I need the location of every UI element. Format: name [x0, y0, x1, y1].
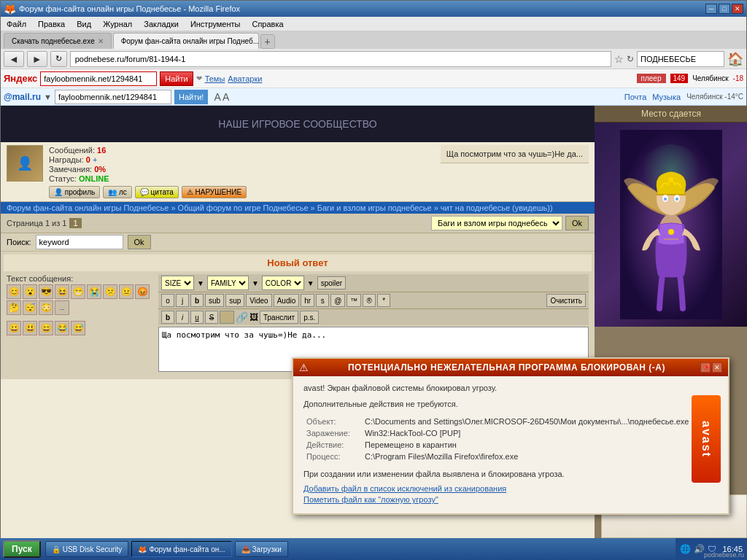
music-link[interactable]: Музыка: [652, 93, 681, 101]
emoticon-extra-2[interactable]: 😃: [23, 321, 37, 335]
forward-button[interactable]: ►: [27, 51, 47, 67]
translit-button[interactable]: Транслит: [260, 311, 298, 324]
btn-s[interactable]: s: [316, 294, 329, 307]
mailru-logo[interactable]: @mail.ru: [4, 92, 41, 102]
emoticon-3[interactable]: 😎: [39, 284, 53, 299]
close-button[interactable]: ✕: [732, 4, 743, 14]
btn-tm[interactable]: ™: [347, 294, 361, 307]
emoticon-extra-1[interactable]: 😀: [7, 321, 21, 335]
back-button[interactable]: ◄: [4, 51, 24, 67]
btn-audio[interactable]: Audio: [274, 294, 300, 307]
btn-hr[interactable]: hr: [301, 294, 314, 307]
emoticon-10[interactable]: 🤔: [7, 300, 21, 315]
forum-search-ok1[interactable]: Ok: [565, 216, 589, 230]
btn-b[interactable]: b: [190, 294, 204, 307]
emoticon-extra-3[interactable]: 😄: [39, 321, 53, 335]
avast-pin-button[interactable]: 📌: [700, 362, 711, 373]
yandex-search-input[interactable]: [40, 71, 157, 86]
btn-at[interactable]: @: [330, 294, 345, 307]
add-reward-btn[interactable]: +: [93, 155, 97, 164]
minimize-button[interactable]: ─: [705, 4, 717, 14]
emoticon-extra-5[interactable]: 😅: [71, 321, 85, 335]
player-btn[interactable]: плеер: [637, 74, 666, 83]
btn-star[interactable]: *: [377, 294, 390, 307]
image-icon[interactable]: 🖼: [249, 312, 258, 322]
spoiler-button[interactable]: spoiler: [317, 276, 346, 289]
refresh-icon[interactable]: ↻: [627, 54, 634, 64]
warn-button[interactable]: ⚠ НАРУШЕНИЕ: [182, 186, 247, 198]
cite-button[interactable]: 💬 цитата: [135, 186, 179, 198]
ps-button[interactable]: p.s.: [300, 311, 319, 324]
start-button[interactable]: Пуск: [3, 540, 41, 558]
emoticon-5[interactable]: 😁: [71, 284, 85, 299]
forum-search-ok2[interactable]: Ok: [128, 235, 151, 249]
btn-reg[interactable]: ®: [363, 294, 376, 307]
yandex-avatars-link[interactable]: Аватарки: [228, 74, 262, 83]
yandex-logo[interactable]: Яндекс: [4, 73, 37, 84]
bold-button[interactable]: b: [161, 311, 174, 324]
tab-1-close[interactable]: ✕: [98, 37, 104, 45]
address-bar[interactable]: [70, 51, 611, 67]
avast-exclusion-link[interactable]: Добавить файл в список исключений из ска…: [303, 484, 718, 493]
reload-button[interactable]: ↻: [50, 51, 67, 67]
btn-sup[interactable]: sup: [225, 294, 244, 307]
emoticon-extra-4[interactable]: 😂: [55, 321, 69, 335]
mail-search-input[interactable]: [55, 90, 171, 104]
avast-alert-dialog: ⚠ ПОТЕНЦИАЛЬНО НЕЖЕЛАТЕЛЬНАЯ ПРОГРАММА Б…: [292, 357, 729, 515]
taskbar-item-forum[interactable]: 🦊 Форум фан-сайта он...: [131, 541, 231, 557]
link-icon[interactable]: 🔗: [236, 311, 248, 323]
menu-tools[interactable]: Инструменты: [187, 19, 244, 29]
emoticon-12[interactable]: 😳: [39, 300, 53, 315]
italic-button[interactable]: i: [176, 311, 189, 324]
btn-o[interactable]: о: [161, 294, 174, 307]
btn-video[interactable]: Video: [246, 294, 271, 307]
size-select[interactable]: SIZE: [161, 276, 194, 290]
color-select[interactable]: COLOR: [262, 276, 304, 290]
avast-process-label: Процесс:: [303, 451, 362, 462]
menu-journal[interactable]: Журнал: [100, 19, 135, 29]
pm-button[interactable]: 👥 лс: [103, 186, 132, 198]
maximize-button[interactable]: □: [719, 4, 730, 14]
new-tab-button[interactable]: +: [260, 34, 275, 49]
tab-2[interactable]: Форум фан-сайта онлайн игры Поднеб... ✕: [113, 33, 259, 49]
forum-search-select[interactable]: Баги и взлом игры поднебесье: [431, 216, 562, 230]
btn-j[interactable]: j: [176, 294, 189, 307]
emoticon-9[interactable]: 😡: [135, 284, 150, 299]
emoticon-6[interactable]: 😭: [87, 284, 101, 299]
editor-toolbar-format: о j b sub sup Video Audio hr s @ ™ ®: [158, 292, 589, 308]
emoticon-4[interactable]: 😆: [55, 284, 69, 299]
clear-button[interactable]: Очистить: [546, 294, 586, 307]
mail-search-button[interactable]: Найти!: [174, 90, 208, 104]
browser-search[interactable]: [637, 51, 724, 67]
emoticon-1[interactable]: 😊: [7, 284, 21, 299]
tab-1[interactable]: Скачать поднебесье.exe ✕: [4, 33, 112, 49]
menu-bookmarks[interactable]: Закладки: [141, 19, 182, 29]
taskbar-item-usb[interactable]: 🔒 USB Disk Security: [45, 541, 129, 557]
menu-file[interactable]: Файл: [4, 19, 29, 29]
color-picker-icon[interactable]: [220, 311, 234, 324]
menu-view[interactable]: Вид: [74, 19, 94, 29]
strike-button[interactable]: S: [205, 311, 218, 324]
family-select[interactable]: FAMILY: [207, 276, 249, 290]
menu-help[interactable]: Справка: [249, 19, 286, 29]
avast-close-button[interactable]: ✕: [712, 362, 722, 373]
yandex-search-button[interactable]: Найти: [160, 71, 193, 86]
mail-count-badge: 149: [670, 74, 689, 83]
emoticon-2[interactable]: 😮: [23, 284, 37, 299]
taskbar-item-downloads[interactable]: 📥 Загрузки: [235, 541, 288, 557]
breadcrumb: Форум фан-сайта онлайн игры Поднебесье »…: [1, 202, 595, 214]
post-search-input[interactable]: [36, 235, 123, 249]
yandex-themes-link[interactable]: Темы: [205, 74, 225, 83]
emoticon-more[interactable]: ...: [55, 300, 69, 315]
profile-button[interactable]: 👤 профиль: [49, 186, 100, 198]
underline-button[interactable]: u: [190, 311, 204, 324]
btn-sub[interactable]: sub: [205, 294, 224, 307]
star-icon[interactable]: ☆: [614, 53, 624, 65]
avast-false-positive-link[interactable]: Пометить файл как "ложную угрозу": [303, 495, 718, 504]
emoticon-7[interactable]: 😕: [103, 284, 117, 299]
home-button[interactable]: 🏠: [727, 51, 743, 67]
menu-edit[interactable]: Правка: [35, 19, 68, 29]
mail-link[interactable]: Почта: [624, 93, 647, 101]
emoticon-11[interactable]: 😴: [23, 300, 37, 315]
emoticon-8[interactable]: 😐: [119, 284, 133, 299]
